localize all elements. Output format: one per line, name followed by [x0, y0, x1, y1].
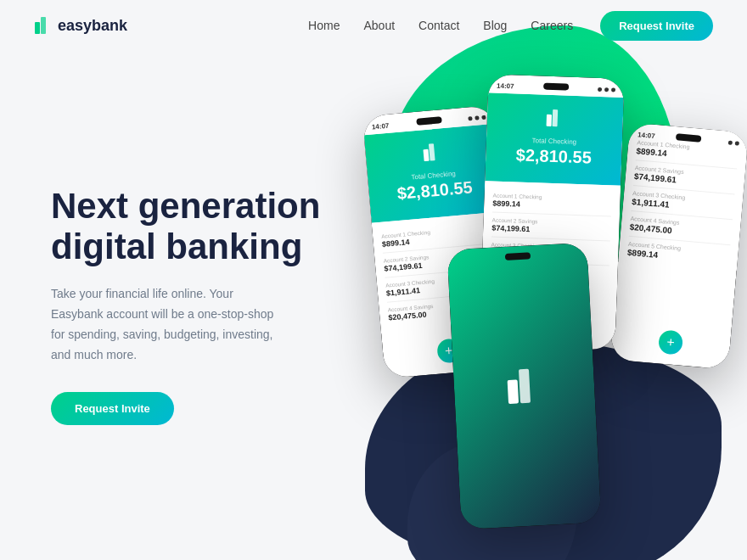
- svg-rect-3: [428, 143, 435, 160]
- phone-mockup-4: 14:07 Account 1 Checking $899.14 Account…: [609, 122, 747, 369]
- logo[interactable]: easybank: [34, 16, 127, 35]
- wifi-icon-1: [475, 115, 479, 120]
- nav-about[interactable]: About: [363, 19, 395, 32]
- nav-cta-button[interactable]: Request Invite: [600, 11, 713, 41]
- phone-3-gradient-screen: [447, 243, 601, 529]
- phone-4-screen: 14:07 Account 1 Checking $899.14 Account…: [609, 122, 747, 369]
- nav-contact[interactable]: Contact: [418, 19, 459, 32]
- hero-description: Take your financial life online. Your Ea…: [51, 284, 289, 365]
- logo-icon: [34, 16, 53, 35]
- total-checking-amount-1: $2,810.55: [396, 177, 474, 204]
- nav-careers[interactable]: Careers: [531, 19, 573, 32]
- hero-cta-button[interactable]: Request Invite: [51, 392, 174, 425]
- hero-title: Next generation digital banking: [51, 186, 323, 268]
- svg-rect-1: [41, 17, 46, 34]
- hero-section: Next generation digital banking Take you…: [0, 51, 747, 560]
- status-icons-2: [598, 87, 615, 92]
- signal-icon-4: [728, 140, 733, 144]
- wifi-icon-2: [604, 87, 609, 92]
- hero-content: Next generation digital banking Take you…: [0, 186, 323, 426]
- nav-blog[interactable]: Blog: [483, 19, 507, 32]
- nav-links: Home About Contact Blog Careers: [308, 18, 573, 33]
- svg-rect-4: [547, 115, 552, 126]
- svg-rect-2: [423, 149, 429, 161]
- brand-name: easybank: [58, 17, 127, 35]
- status-time-1: 14:07: [371, 121, 389, 131]
- phone-2-header-card: Total Checking $2,810.55: [485, 92, 624, 186]
- wifi-icon-4: [735, 141, 739, 145]
- total-checking-amount-2: $2,810.55: [515, 145, 592, 167]
- svg-rect-7: [518, 369, 530, 404]
- svg-rect-0: [35, 22, 40, 34]
- svg-rect-5: [553, 109, 559, 126]
- signal-icon-1: [468, 116, 472, 120]
- phone-1-logo: [421, 142, 441, 165]
- status-time-4: 14:07: [637, 131, 655, 140]
- navbar: easybank Home About Contact Blog Careers…: [0, 0, 747, 51]
- phone-2-logo: [545, 109, 564, 132]
- phone-mockup-3: [447, 243, 601, 529]
- status-icons-4: [728, 140, 739, 145]
- phone-1-header-card: Total Checking $2,810.55: [364, 124, 503, 223]
- svg-rect-6: [507, 379, 518, 404]
- total-checking-label-2: Total Checking: [532, 137, 577, 146]
- phones-container: 14:07 To: [323, 25, 747, 560]
- signal-icon-2: [598, 87, 602, 91]
- phone-2-notch: [543, 83, 569, 91]
- phone-4-fab[interactable]: +: [658, 329, 683, 355]
- battery-icon-1: [481, 115, 486, 119]
- phone-3-logo: [504, 367, 543, 406]
- status-time-2: 14:07: [497, 81, 514, 90]
- nav-home[interactable]: Home: [308, 19, 340, 32]
- status-icons-1: [468, 115, 486, 120]
- phone-3-notch: [504, 252, 530, 260]
- battery-icon-2: [611, 87, 615, 92]
